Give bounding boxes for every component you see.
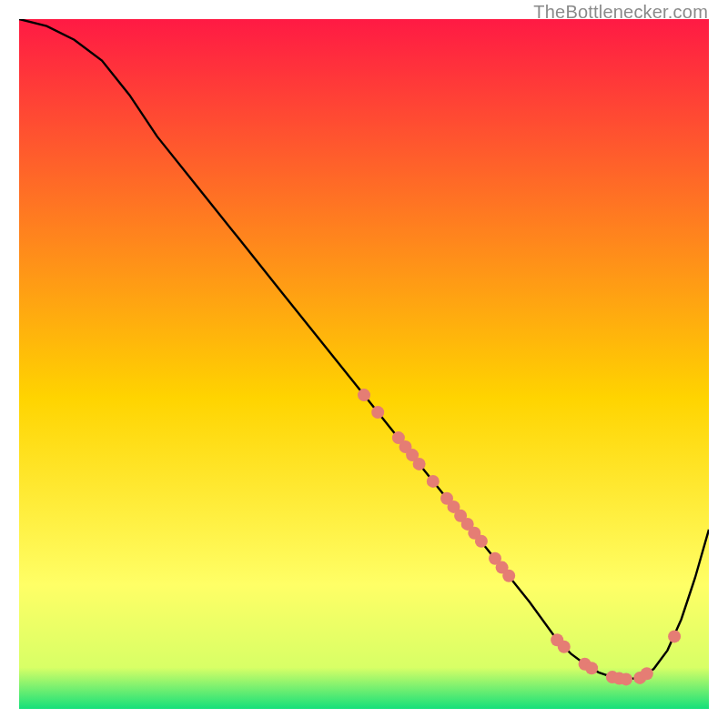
chart-stage: TheBottlenecker.com	[0, 0, 728, 728]
chart-svg	[19, 19, 709, 709]
chart-background	[19, 19, 709, 709]
scatter-dot	[558, 641, 571, 653]
scatter-dot	[502, 570, 515, 582]
scatter-dot	[427, 475, 440, 488]
scatter-dot	[620, 672, 632, 685]
scatter-dot	[371, 406, 384, 419]
scatter-dot	[413, 458, 426, 470]
scatter-dot	[668, 630, 681, 642]
scatter-dot	[641, 667, 653, 680]
chart-plot	[19, 19, 709, 709]
scatter-dot	[475, 535, 488, 548]
watermark-text: TheBottlenecker.com	[533, 2, 708, 23]
scatter-dot	[358, 389, 370, 401]
scatter-dot	[585, 662, 598, 674]
